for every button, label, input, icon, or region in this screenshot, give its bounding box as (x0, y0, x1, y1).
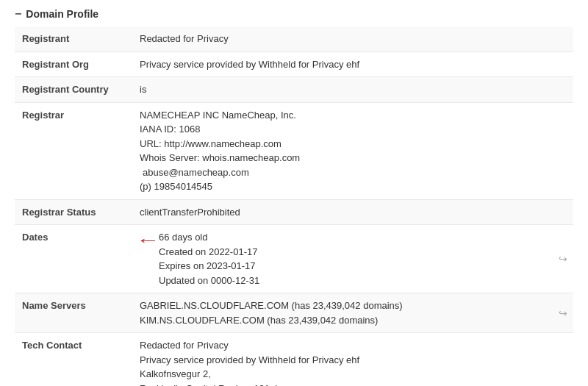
registrant-country-value: is (132, 77, 573, 103)
tech-contact-label: Tech Contact (15, 333, 132, 387)
registrar-line-4: abuse@namecheap.com (140, 165, 566, 180)
dates-label: Dates (15, 225, 132, 293)
tech-contact-line-3: Reykjavik, Capital Region, 101, is (140, 382, 566, 387)
table-row: Dates←66 days oldCreated on 2022-01-17Ex… (15, 225, 573, 293)
name-servers-label: Name Servers (15, 293, 132, 333)
registrar-line-1: IANA ID: 1068 (140, 122, 566, 137)
tech-contact-line-2: Kalkofnsvegur 2, (140, 367, 566, 382)
table-row: Name ServersGABRIEL.NS.CLOUDFLARE.COM (h… (15, 293, 573, 333)
dates-value: ←66 days oldCreated on 2022-01-17Expires… (132, 225, 573, 293)
main-container: − Domain Profile RegistrantRedacted for … (0, 0, 588, 386)
registrant-org-label: Registrant Org (15, 51, 132, 77)
table-row: Registrant OrgPrivacy service provided b… (15, 51, 573, 77)
tech-contact-line-1: Privacy service provided by Withheld for… (140, 353, 566, 368)
table-row: RegistrantRedacted for Privacy (15, 26, 573, 51)
registrar-line-2: URL: http://www.namecheap.com (140, 137, 566, 151)
table-row: Tech ContactRedacted for PrivacyPrivacy … (15, 333, 573, 387)
table-row: Registrar StatusclientTransferProhibited (15, 199, 573, 225)
table-row: Registrant Countryis (15, 77, 573, 103)
collapse-icon[interactable]: − (15, 7, 21, 21)
domain-profile-table: RegistrantRedacted for PrivacyRegistrant… (15, 26, 573, 386)
tech-contact-line-0: Redacted for Privacy (140, 338, 566, 353)
tech-contact-value: Redacted for PrivacyPrivacy service prov… (132, 333, 573, 387)
table-row: RegistrarNAMECHEAP INC NameCheap, Inc.IA… (15, 102, 573, 199)
registrant-org-value: Privacy service provided by Withheld for… (132, 51, 573, 77)
registrar-status-value: clientTransferProhibited (132, 199, 573, 225)
registrar-value: NAMECHEAP INC NameCheap, Inc.IANA ID: 10… (132, 102, 573, 199)
external-link-icon[interactable]: ↪ (559, 251, 567, 267)
registrar-line-0: NAMECHEAP INC NameCheap, Inc. (140, 108, 566, 123)
registrant-country-label: Registrant Country (15, 77, 132, 103)
registrant-value: Redacted for Privacy (132, 26, 573, 51)
dates-line-1: Created on 2022-01-17 (159, 245, 259, 260)
name-servers-line-1: KIM.NS.CLOUDFLARE.COM (has 23,439,042 do… (140, 313, 566, 328)
registrant-label: Registrant (15, 26, 132, 51)
registrar-status-label: Registrar Status (15, 199, 132, 225)
name-servers-value: GABRIEL.NS.CLOUDFLARE.COM (has 23,439,04… (132, 293, 573, 333)
external-link-icon[interactable]: ↪ (559, 305, 567, 321)
name-servers-line-0: GABRIEL.NS.CLOUDFLARE.COM (has 23,439,04… (140, 299, 566, 313)
section-header: − Domain Profile (15, 7, 573, 21)
registrar-line-5: (p) 19854014545 (140, 179, 566, 194)
registrar-line-3: Whois Server: whois.namecheap.com (140, 151, 566, 165)
dates-line-3: Updated on 0000-12-31 (159, 274, 259, 288)
dates-line-2: Expires on 2023-01-17 (159, 259, 259, 274)
red-arrow-icon: ← (136, 230, 160, 251)
registrar-label: Registrar (15, 102, 132, 199)
section-title: Domain Profile (26, 8, 98, 20)
dates-line-0: 66 days old (159, 230, 259, 245)
